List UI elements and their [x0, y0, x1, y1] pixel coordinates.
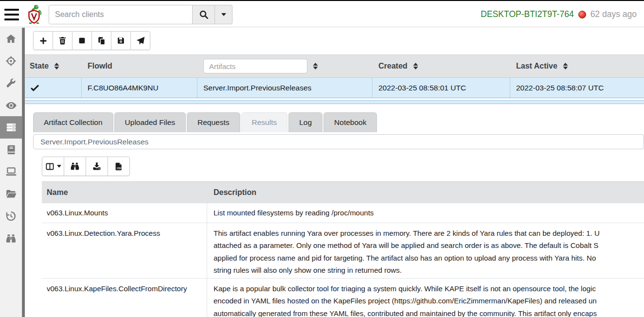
flow-detail-tabs: Artifact Collection Uploaded Files Reque…	[33, 112, 377, 132]
client-search-group	[49, 5, 233, 24]
caret-down-icon	[221, 13, 226, 16]
magnifier-icon	[198, 9, 209, 20]
stop-icon	[77, 36, 87, 45]
sidebar-item-server-events[interactable]	[0, 94, 22, 117]
results-table-header: Name Description	[42, 181, 644, 203]
artifact-name-cell: v063.Linux.Mounts	[42, 203, 207, 223]
delete-collection-button[interactable]	[53, 31, 72, 50]
tab-artifact-collection[interactable]: Artifact Collection	[33, 112, 113, 132]
results-column-name[interactable]: Name	[42, 188, 207, 197]
result-row-kapefiles[interactable]: v063.Linux.KapeFiles.CollectFromDirector…	[42, 279, 644, 317]
history-icon	[5, 211, 17, 222]
current-client-summary: DESKTOP-BTI2T9T-764 62 days ago	[481, 9, 637, 19]
svg-text:CSV: CSV	[116, 167, 121, 169]
sidebar-item-collected-flows[interactable]	[0, 205, 22, 228]
flow-table-row-selected[interactable]: F.C8UO86A4MK9NU Server.Import.PreviousRe…	[25, 77, 644, 98]
flow-id-cell: F.C8UO86A4MK9NU	[82, 78, 197, 98]
client-search-button[interactable]	[193, 5, 215, 24]
column-header-flowid[interactable]: FlowId	[82, 55, 197, 77]
flow-created-cell: 2022-03-25 08:58:01 UTC	[373, 78, 510, 98]
stop-collection-button[interactable]	[72, 31, 92, 50]
search-options-button[interactable]	[215, 5, 233, 24]
download-csv-button[interactable]: CSV	[107, 157, 130, 176]
tab-log[interactable]: Log	[288, 112, 322, 132]
download-json-button[interactable]	[86, 157, 108, 176]
client-offline-status-icon	[578, 11, 586, 18]
sidebar-item-search-binoculars[interactable]	[0, 227, 22, 249]
artifact-selector[interactable]	[33, 134, 644, 149]
column-label-created: Created	[378, 62, 408, 70]
sidebar-item-notebooks[interactable]	[0, 139, 22, 161]
flow-table-row-partial[interactable]	[25, 100, 644, 104]
main-content: State FlowId Created Las	[25, 28, 644, 317]
top-navbar: DESKTOP-BTI2T9T-764 62 days ago	[0, 2, 644, 27]
server-icon	[6, 122, 17, 133]
velociraptor-app-window: DESKTOP-BTI2T9T-764 62 days ago	[0, 0, 644, 317]
sidebar-item-server-artifacts[interactable]	[0, 116, 22, 139]
artifact-description-cell: This artifact enables running Yara over …	[207, 223, 644, 278]
column-header-created[interactable]: Created	[373, 55, 510, 77]
tab-uploaded-files[interactable]: Uploaded Files	[114, 112, 186, 132]
sidebar-nav	[0, 28, 22, 317]
client-hostname-link[interactable]: DESKTOP-BTI2T9T-764	[481, 9, 573, 19]
search-results-button[interactable]	[64, 157, 86, 176]
result-row-yara-process[interactable]: v063.Linux.Detection.Yara.Process This a…	[42, 223, 644, 279]
hamburger-menu-icon[interactable]	[4, 9, 19, 20]
book-icon	[6, 144, 17, 155]
paper-plane-icon	[136, 36, 145, 46]
results-table: Name Description v063.Linux.Mounts List …	[42, 181, 644, 317]
artifacts-filter-input[interactable]	[203, 59, 307, 73]
flow-last-active-cell: 2022-03-25 08:58:07 UTC	[510, 78, 644, 98]
caret-down-icon	[57, 165, 61, 168]
sidebar-item-home[interactable]	[0, 28, 22, 50]
column-header-last-active[interactable]: Last Active	[510, 55, 644, 77]
copy-icon	[97, 36, 107, 46]
result-row-mounts[interactable]: v063.Linux.Mounts List mounted filesyste…	[42, 203, 644, 223]
save-collection-button[interactable]	[111, 31, 131, 50]
sidebar-item-host-information[interactable]	[0, 161, 22, 183]
tab-notebook[interactable]: Notebook	[323, 112, 377, 132]
plus-icon	[38, 36, 48, 46]
copy-collection-button[interactable]	[91, 31, 111, 50]
table-columns-icon	[45, 162, 54, 171]
wrench-icon	[5, 77, 17, 88]
laptop-icon	[5, 166, 17, 177]
download-icon	[92, 161, 102, 171]
check-icon	[30, 83, 40, 93]
velociraptor-logo-icon	[25, 4, 43, 25]
tab-requests[interactable]: Requests	[187, 112, 240, 132]
tab-results[interactable]: Results	[241, 112, 288, 132]
flows-toolbar	[33, 31, 150, 50]
toggle-columns-button[interactable]	[42, 157, 64, 176]
new-collection-button[interactable]	[33, 31, 53, 50]
results-column-description[interactable]: Description	[207, 188, 644, 197]
sort-icon[interactable]	[562, 62, 569, 70]
sort-icon[interactable]	[54, 62, 60, 70]
eye-icon	[5, 100, 17, 111]
binoculars-icon	[70, 161, 80, 171]
binoculars-icon	[5, 233, 17, 244]
column-label-state: State	[30, 62, 49, 70]
crosshairs-icon	[5, 55, 17, 67]
save-icon	[116, 36, 125, 45]
column-header-artifacts	[197, 55, 373, 77]
client-search-input[interactable]	[49, 5, 193, 24]
folder-open-icon	[5, 188, 17, 200]
sidebar-item-vfs[interactable]	[0, 183, 22, 205]
column-header-state[interactable]: State	[25, 55, 82, 77]
file-csv-icon: CSV	[114, 162, 124, 171]
flow-artifacts-cell: Server.Import.PreviousReleases	[197, 78, 373, 98]
artifact-description-cell: Kape is a popular bulk collector tool fo…	[207, 279, 644, 317]
results-toolbar: CSV	[42, 157, 130, 176]
sort-icon[interactable]	[412, 62, 419, 70]
artifact-name-cell: v063.Linux.Detection.Yara.Process	[42, 223, 207, 278]
launch-flow-button[interactable]	[130, 31, 150, 50]
trash-icon	[58, 36, 67, 45]
column-label-flowid: FlowId	[88, 62, 112, 70]
sidebar-item-view-artifacts[interactable]	[0, 72, 22, 94]
flows-table-header: State FlowId Created Las	[25, 54, 644, 77]
sort-icon[interactable]	[312, 62, 319, 70]
artifact-name-cell: v063.Linux.KapeFiles.CollectFromDirector…	[42, 279, 207, 317]
sidebar-item-hunts[interactable]	[0, 50, 22, 72]
column-label-last-active: Last Active	[516, 62, 557, 70]
